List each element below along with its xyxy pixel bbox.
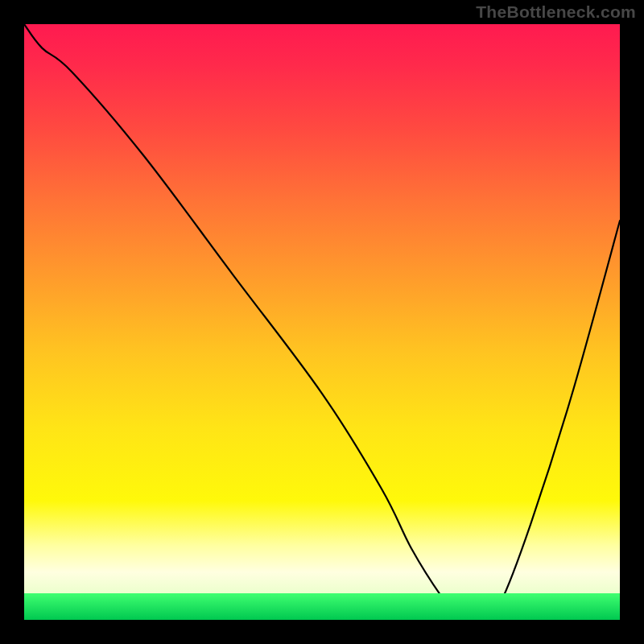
plot-area	[24, 24, 620, 620]
watermark-text: TheBottleneck.com	[476, 2, 636, 22]
chart-stage: TheBottleneck.com	[0, 0, 644, 644]
green-strip	[24, 593, 620, 620]
curve-layer	[24, 24, 620, 620]
bottleneck-curve	[24, 24, 620, 619]
